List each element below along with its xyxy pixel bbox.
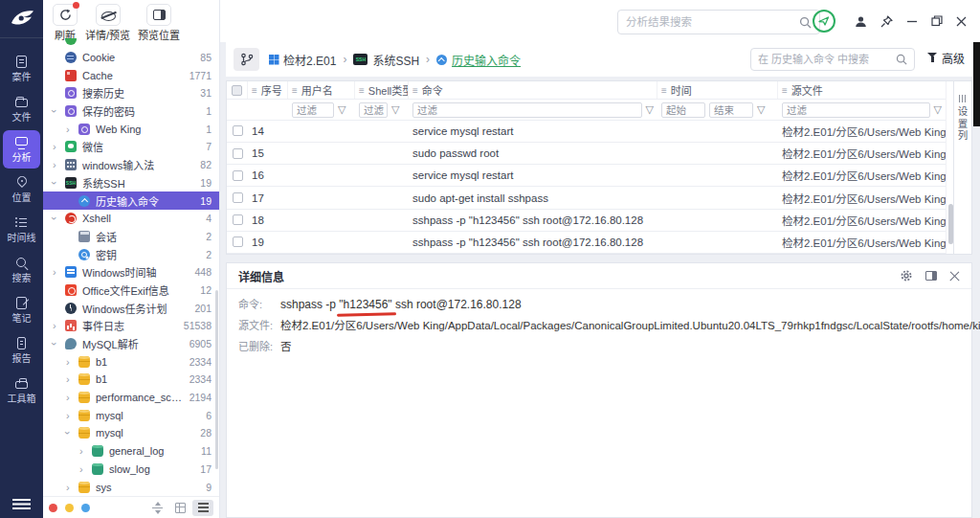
- advanced-search-button[interactable]: 高级: [927, 50, 965, 66]
- table-row[interactable]: 14 service mysql restart 检材2.E01/分区6/Use…: [227, 121, 946, 143]
- breadcrumb-case[interactable]: 检材2.E01: [283, 52, 336, 68]
- filter-input-cmd[interactable]: 过滤: [412, 102, 642, 118]
- nav-rail-item[interactable]: 搜索: [3, 251, 40, 289]
- filter-funnel-icon[interactable]: ▽: [646, 103, 654, 116]
- table-search-input[interactable]: [758, 54, 896, 65]
- tree-item[interactable]: Cookie 85: [43, 49, 219, 67]
- refresh-button[interactable]: 刷新: [53, 4, 78, 42]
- tree-item[interactable]: 系统SSH 19: [43, 174, 219, 192]
- tree-item[interactable]: Office文件Exif信息 12: [43, 282, 219, 300]
- tree-item[interactable]: 会话 2: [43, 228, 219, 246]
- pin-icon[interactable]: [880, 15, 893, 28]
- nav-rail-item[interactable]: 时间线: [3, 211, 40, 249]
- chevron-icon[interactable]: [66, 428, 78, 438]
- tree-item[interactable]: MySQL解析 6905: [43, 335, 219, 353]
- close-button[interactable]: [956, 16, 967, 27]
- breadcrumb-leaf-link[interactable]: 历史输入命令: [452, 52, 521, 68]
- detail-preview-button[interactable]: 详情/预览: [85, 4, 130, 42]
- chevron-icon[interactable]: [53, 178, 65, 188]
- chevron-icon[interactable]: [66, 483, 78, 492]
- breadcrumb-category[interactable]: 系统SSH: [372, 52, 419, 68]
- tree-item[interactable]: performance_schema 2194: [43, 389, 219, 407]
- minimize-button[interactable]: [906, 15, 918, 27]
- row-checkbox[interactable]: [233, 148, 243, 159]
- filter-input-time-start[interactable]: 起始: [661, 102, 705, 118]
- tree-item[interactable]: b1 2334: [43, 371, 219, 389]
- tree-item[interactable]: Web King 1: [43, 120, 219, 138]
- split-view-button[interactable]: [146, 500, 167, 516]
- nav-rail-item[interactable]: 案件: [3, 50, 40, 88]
- column-header-num[interactable]: ≡序号: [248, 81, 288, 99]
- tree-item[interactable]: windows输入法 82: [43, 156, 219, 174]
- filter-input-src[interactable]: 过滤: [782, 102, 930, 118]
- preview-position-button[interactable]: 预览位置: [138, 4, 180, 42]
- grid-view-button[interactable]: [169, 500, 190, 516]
- tree-item[interactable]: 历史输入命令 19: [43, 191, 219, 210]
- chevron-icon[interactable]: [53, 142, 65, 151]
- tree-item[interactable]: sys 9: [43, 478, 219, 496]
- nav-rail-item[interactable]: 位置: [3, 170, 40, 209]
- window-edge-scrollbar[interactable]: [973, 42, 980, 126]
- tree-item[interactable]: Xshell 4: [43, 210, 219, 228]
- row-checkbox[interactable]: [233, 236, 243, 247]
- tree-item[interactable]: [43, 38, 219, 49]
- tag-dot-blue[interactable]: [81, 504, 90, 512]
- filter-funnel-icon[interactable]: ▽: [338, 103, 345, 116]
- table-row[interactable]: 15 sudo passwd root 检材2.E01/分区6/Users/We…: [227, 143, 946, 165]
- column-header-cmd[interactable]: ≡命令: [409, 81, 657, 99]
- chevron-icon[interactable]: [53, 267, 65, 277]
- tree-item[interactable]: 事件日志 51538: [43, 317, 219, 335]
- filter-funnel-icon[interactable]: ▽: [391, 103, 399, 116]
- search-icon[interactable]: [896, 54, 907, 65]
- chevron-icon[interactable]: [53, 106, 65, 116]
- details-settings-button[interactable]: [900, 269, 913, 282]
- tree-item[interactable]: Windows任务计划 201: [43, 299, 219, 317]
- column-header-shell[interactable]: ≡Shell类型: [355, 81, 409, 99]
- chevron-icon[interactable]: [53, 214, 65, 223]
- chevron-icon[interactable]: [79, 446, 92, 456]
- tree-item[interactable]: 微信 7: [43, 138, 219, 156]
- tree-item[interactable]: mysql 28: [43, 424, 219, 442]
- table-scrollbar[interactable]: [946, 81, 953, 254]
- chevron-icon[interactable]: [53, 339, 65, 349]
- chevron-icon[interactable]: [53, 160, 65, 169]
- column-header-time[interactable]: ≡时间: [657, 81, 778, 99]
- column-header-src[interactable]: ≡源文件: [778, 81, 946, 99]
- table-row[interactable]: 16 service mysql restart 检材2.E01/分区6/Use…: [227, 165, 946, 187]
- row-checkbox[interactable]: [233, 214, 243, 225]
- row-checkbox[interactable]: [233, 170, 243, 181]
- nav-rail-item[interactable]: 报告: [3, 331, 40, 370]
- filter-input-user[interactable]: 过滤: [292, 102, 334, 118]
- column-settings-button[interactable]: 设置列: [953, 81, 971, 254]
- column-header-user[interactable]: ≡用户名: [288, 81, 355, 99]
- select-all-checkbox[interactable]: [232, 85, 242, 96]
- details-layout-button[interactable]: [925, 271, 937, 281]
- menu-burger-icon[interactable]: [12, 498, 31, 510]
- nav-rail-item[interactable]: 笔记: [3, 291, 40, 329]
- global-search-input[interactable]: [626, 16, 799, 28]
- chevron-icon[interactable]: [66, 357, 78, 367]
- filter-input-time-end[interactable]: 结束: [709, 102, 753, 118]
- restore-button[interactable]: [931, 15, 943, 27]
- tree-item[interactable]: 保存的密码 1: [43, 102, 219, 121]
- tree-item[interactable]: 搜索历史 31: [43, 84, 219, 102]
- chevron-icon[interactable]: [66, 411, 78, 420]
- chevron-icon[interactable]: [66, 393, 78, 402]
- user-icon[interactable]: [855, 15, 867, 28]
- list-view-button[interactable]: [192, 500, 213, 516]
- tree-item[interactable]: mysql 6: [43, 406, 219, 424]
- tree-item[interactable]: slow_log 17: [43, 461, 219, 479]
- row-checkbox[interactable]: [233, 192, 243, 203]
- search-icon[interactable]: [799, 16, 812, 29]
- row-checkbox[interactable]: [233, 125, 243, 136]
- nav-rail-item[interactable]: 工具箱: [3, 372, 40, 410]
- tree-item[interactable]: general_log 11: [43, 442, 219, 461]
- tree-item[interactable]: 密钥 2: [43, 245, 219, 263]
- table-row[interactable]: 18 sshpass -p "h123456" ssh root@172.16.…: [227, 210, 946, 232]
- chevron-icon[interactable]: [66, 374, 78, 384]
- tag-dot-red[interactable]: [49, 504, 57, 512]
- tree-scrollbar[interactable]: [215, 290, 218, 469]
- chevron-icon[interactable]: [53, 321, 65, 330]
- tree-item[interactable]: Cache 1771: [43, 66, 219, 84]
- chevron-icon[interactable]: [79, 464, 92, 474]
